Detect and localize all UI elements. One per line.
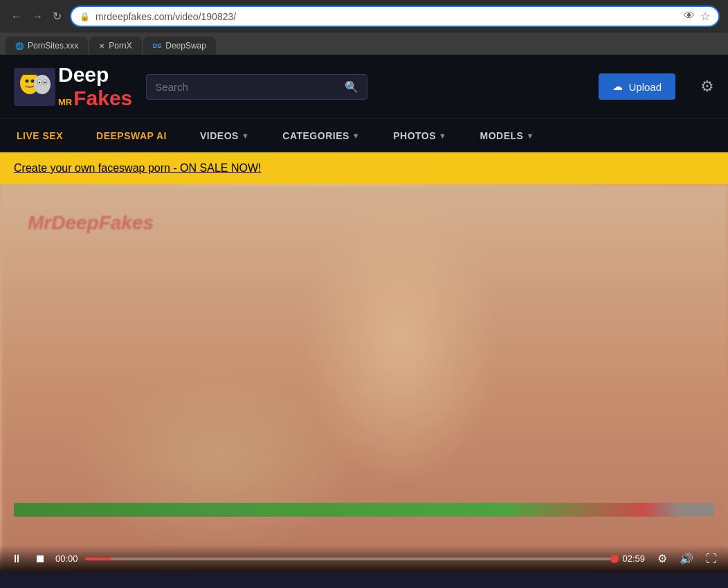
tab-pornsites[interactable]: 🌐 PornSites.xxx — [6, 37, 88, 55]
logo[interactable]: Deep MR Fakes — [14, 63, 132, 110]
svg-point-8 — [38, 82, 40, 84]
logo-text: Deep MR Fakes — [58, 63, 132, 110]
svg-rect-4 — [24, 71, 35, 74]
svg-point-1 — [25, 80, 28, 83]
logo-icon — [14, 68, 55, 106]
tab-favicon-pornx: ✕ — [99, 42, 104, 50]
logo-mr: MR — [58, 97, 72, 107]
pause-button[interactable]: ⏸ — [8, 551, 25, 567]
star-icon[interactable]: ☆ — [700, 10, 710, 23]
nav-item-models[interactable]: MODELS ▼ — [463, 119, 550, 152]
video-watermark: MrDeepFakes — [28, 212, 154, 234]
lock-icon: 🔒 — [80, 12, 90, 21]
time-current: 00:00 — [55, 553, 78, 564]
tab-deepswap[interactable]: DS DeepSwap — [143, 37, 216, 55]
chevron-down-icon-photos: ▼ — [439, 132, 446, 140]
nav-label-photos: PHOTOS — [393, 130, 436, 141]
video-progress-overlay — [14, 503, 714, 517]
browser-nav-buttons: ← → ↻ — [8, 8, 64, 24]
tab-label-pornx: PornX — [109, 41, 131, 51]
nav-label-deepswap-ai: DEEPSWAP AI — [96, 130, 167, 141]
promo-link[interactable]: Create your own faceswap porn - ON SALE … — [14, 162, 261, 174]
search-input[interactable] — [155, 81, 339, 93]
nav-item-deepswap-ai[interactable]: DEEPSWAP AI — [80, 119, 183, 152]
chevron-down-icon-categories: ▼ — [352, 132, 360, 140]
nav-label-models: MODELS — [480, 130, 523, 141]
nav-label-videos: VIDEOS — [200, 130, 239, 141]
logo-deep: Deep — [58, 63, 109, 87]
nav-item-categories[interactable]: CATEGORIES ▼ — [266, 119, 376, 152]
upload-label: Upload — [628, 81, 662, 93]
address-bar-wrapper[interactable]: 🔒 👁 ☆ — [70, 6, 720, 27]
tab-label-deepswap: DeepSwap — [165, 41, 206, 51]
video-container: MrDeepFakes ⏸ ⏹ 00:00 02:59 ⚙ 🔊 ⛶ — [0, 184, 728, 572]
reload-button[interactable]: ↻ — [50, 8, 64, 24]
nav-bar: LIVE SEX DEEPSWAP AI VIDEOS ▼ CATEGORIES… — [0, 118, 728, 152]
svg-point-9 — [44, 82, 46, 84]
back-button[interactable]: ← — [8, 9, 25, 24]
chevron-down-icon-models: ▼ — [526, 132, 534, 140]
nav-item-photos[interactable]: PHOTOS ▼ — [376, 119, 463, 152]
tab-favicon-pornsites: 🌐 — [15, 42, 24, 50]
promo-banner: Create your own faceswap porn - ON SALE … — [0, 152, 728, 184]
tab-pornx[interactable]: ✕ PornX — [89, 37, 141, 55]
progress-fill — [85, 558, 111, 560]
address-actions: 👁 ☆ — [684, 10, 710, 23]
progress-bar[interactable] — [85, 558, 616, 560]
browser-tabs: 🌐 PornSites.xxx ✕ PornX DS DeepSwap — [0, 33, 728, 55]
nav-label-live-sex: LIVE SEX — [17, 130, 63, 141]
svg-point-5 — [34, 75, 51, 94]
chevron-down-icon-videos: ▼ — [242, 132, 249, 140]
nav-label-categories: CATEGORIES — [282, 130, 349, 141]
nav-item-videos[interactable]: VIDEOS ▼ — [183, 119, 266, 152]
address-bar[interactable] — [95, 11, 678, 22]
tab-label-pornsites: PornSites.xxx — [28, 41, 78, 51]
upload-button[interactable]: ☁ Upload — [599, 73, 675, 100]
site-header: Deep MR Fakes 🔍 ☁ Upload ⚙ — [0, 55, 728, 118]
volume-button[interactable]: 🔊 — [677, 551, 696, 567]
forward-button[interactable]: → — [29, 9, 46, 24]
time-total: 02:59 — [622, 553, 645, 564]
search-icon: 🔍 — [345, 80, 358, 93]
logo-fakes: Fakes — [73, 87, 132, 110]
search-bar[interactable]: 🔍 — [146, 74, 367, 100]
tab-favicon-deepswap: DS — [153, 42, 162, 49]
nav-item-live-sex[interactable]: LIVE SEX — [0, 119, 80, 152]
progress-dot — [610, 555, 619, 563]
settings-icon[interactable]: ⚙ — [700, 78, 714, 96]
stop-button[interactable]: ⏹ — [32, 551, 48, 567]
video-controls: ⏸ ⏹ 00:00 02:59 ⚙ 🔊 ⛶ — [0, 545, 728, 572]
fullscreen-button[interactable]: ⛶ — [703, 551, 720, 567]
svg-point-2 — [30, 80, 34, 83]
upload-cloud-icon: ☁ — [612, 80, 623, 93]
eye-slash-icon: 👁 — [684, 10, 695, 23]
settings-button[interactable]: ⚙ — [655, 551, 670, 567]
browser-chrome: ← → ↻ 🔒 👁 ☆ — [0, 0, 728, 33]
